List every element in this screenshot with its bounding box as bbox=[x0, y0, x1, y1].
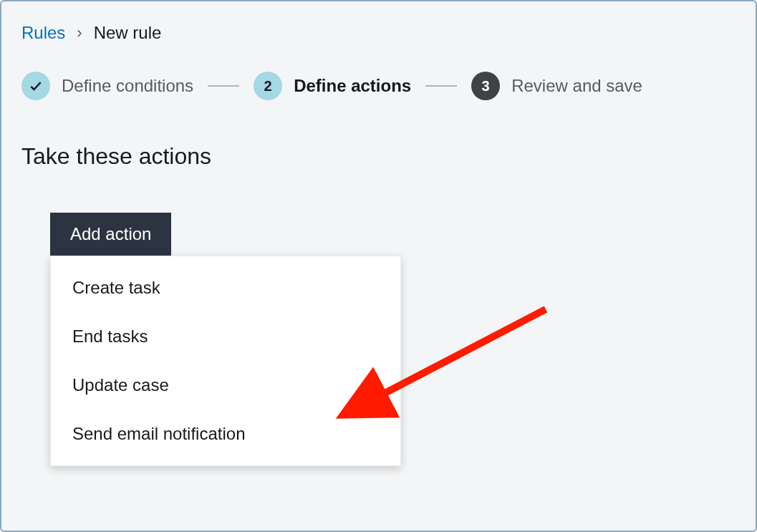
step-review-and-save[interactable]: 3 Review and save bbox=[471, 72, 642, 100]
step-number-badge: 3 bbox=[471, 72, 500, 100]
step-label: Review and save bbox=[511, 76, 642, 96]
breadcrumb-current: New rule bbox=[94, 23, 162, 43]
dropdown-item-send-email-notification[interactable]: Send email notification bbox=[51, 410, 400, 458]
page-title: Take these actions bbox=[21, 143, 736, 170]
add-action-dropdown: Create task End tasks Update case Send e… bbox=[50, 256, 401, 466]
add-action-button[interactable]: Add action bbox=[50, 213, 171, 256]
check-icon bbox=[21, 72, 50, 100]
add-action-area: Add action Create task End tasks Update … bbox=[50, 213, 401, 466]
step-connector bbox=[208, 85, 239, 87]
step-define-conditions[interactable]: Define conditions bbox=[21, 72, 193, 100]
breadcrumb-rules-link[interactable]: Rules bbox=[21, 23, 65, 43]
dropdown-item-end-tasks[interactable]: End tasks bbox=[51, 312, 400, 361]
chevron-right-icon: › bbox=[77, 24, 82, 42]
wizard-stepper: Define conditions 2 Define actions 3 Rev… bbox=[21, 72, 736, 100]
dropdown-item-create-task[interactable]: Create task bbox=[51, 263, 400, 312]
breadcrumb: Rules › New rule bbox=[21, 23, 736, 43]
step-label: Define actions bbox=[294, 76, 411, 96]
dropdown-item-update-case[interactable]: Update case bbox=[51, 361, 400, 410]
step-define-actions[interactable]: 2 Define actions bbox=[254, 72, 411, 100]
step-number-badge: 2 bbox=[254, 72, 282, 100]
step-label: Define conditions bbox=[62, 76, 193, 96]
step-connector bbox=[425, 85, 457, 87]
